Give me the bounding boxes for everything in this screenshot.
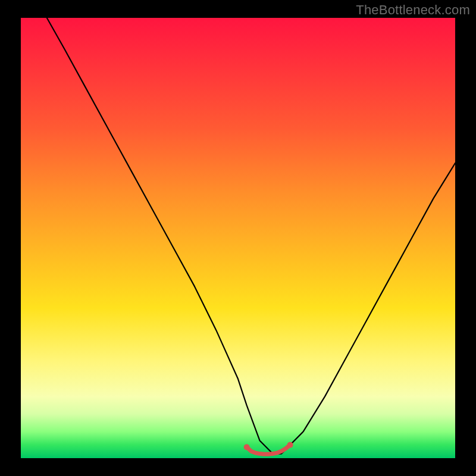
- marker-end-dot: [287, 442, 293, 448]
- plot-area: [21, 18, 455, 458]
- chart-frame: TheBottleneck.com: [0, 0, 476, 476]
- watermark-text: TheBottleneck.com: [356, 2, 470, 18]
- marker-start-dot: [244, 444, 250, 450]
- main-curve: [47, 18, 455, 454]
- curve-layer: [21, 18, 455, 458]
